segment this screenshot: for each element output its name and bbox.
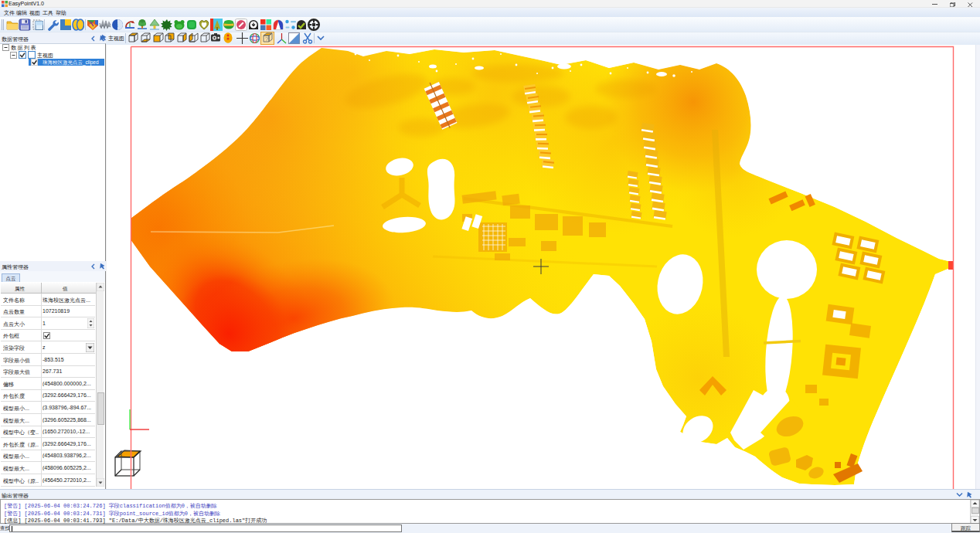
svg-text:?: ? [265, 36, 269, 42]
